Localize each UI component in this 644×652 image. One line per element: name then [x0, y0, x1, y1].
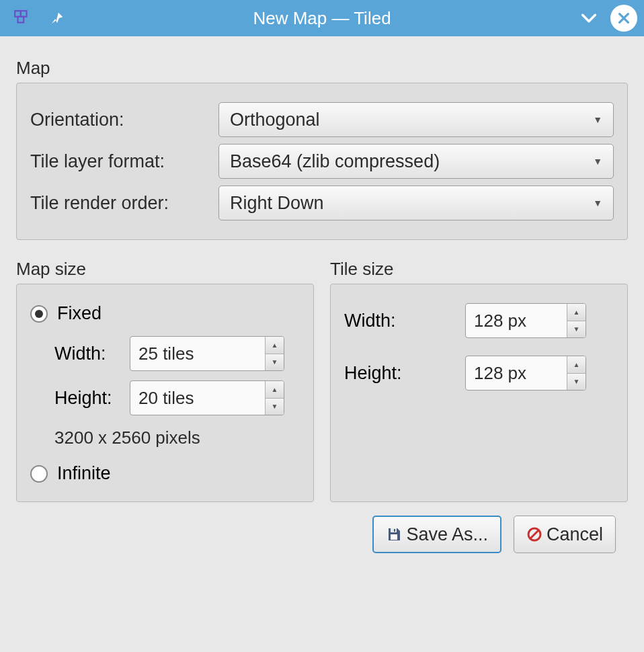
- tile-size-group-label: Tile size: [330, 259, 628, 280]
- titlebar-right-icons: [579, 5, 637, 32]
- map-group-label: Map: [16, 58, 628, 79]
- spin-buttons: ▲ ▼: [265, 337, 284, 370]
- render-order-label: Tile render order:: [30, 193, 210, 214]
- save-icon: [386, 526, 402, 542]
- svg-line-7: [530, 530, 538, 538]
- spin-buttons: ▲ ▼: [567, 304, 586, 337]
- tile-width-spinbox[interactable]: 128 px ▲ ▼: [465, 303, 586, 338]
- spin-up-icon[interactable]: ▲: [266, 381, 284, 399]
- spin-down-icon[interactable]: ▼: [567, 321, 586, 338]
- tile-width-row: Width: 128 px ▲ ▼: [344, 303, 614, 338]
- chevron-down-icon: ▼: [593, 114, 602, 125]
- chevron-down-icon: ▼: [593, 198, 602, 208]
- map-width-value[interactable]: 25 tiles: [130, 337, 265, 370]
- svg-rect-4: [394, 529, 395, 532]
- spin-down-icon[interactable]: ▼: [266, 399, 284, 415]
- pin-icon[interactable]: [50, 11, 65, 26]
- pixel-summary: 3200 x 2560 pixels: [54, 427, 300, 448]
- size-columns: Map size Fixed Width: 25 tiles ▲ ▼: [16, 259, 628, 502]
- button-bar: Save As... Cancel: [16, 516, 628, 553]
- map-width-row: Width: 25 tiles ▲ ▼: [54, 336, 300, 371]
- dialog-content: Map Orientation: Orthogonal ▼ Tile layer…: [0, 36, 644, 567]
- tile-width-value[interactable]: 128 px: [466, 304, 567, 337]
- save-as-label: Save As...: [406, 524, 488, 545]
- tile-height-row: Height: 128 px ▲ ▼: [344, 356, 614, 391]
- map-height-row: Height: 20 tiles ▲ ▼: [54, 380, 300, 415]
- map-size-column: Map size Fixed Width: 25 tiles ▲ ▼: [16, 259, 314, 502]
- map-width-label: Width:: [54, 343, 130, 364]
- layer-format-combo[interactable]: Base64 (zlib compressed) ▼: [218, 144, 614, 179]
- titlebar: New Map — Tiled: [0, 0, 644, 36]
- orientation-value: Orthogonal: [230, 110, 320, 130]
- spin-up-icon[interactable]: ▲: [266, 337, 284, 354]
- tile-size-group: Width: 128 px ▲ ▼ Height: 128 px ▲: [330, 284, 628, 502]
- tile-size-column: Tile size Width: 128 px ▲ ▼ Height:: [330, 259, 628, 502]
- minimize-icon[interactable]: [579, 9, 598, 28]
- fixed-label: Fixed: [57, 303, 102, 324]
- map-size-group-label: Map size: [16, 259, 314, 280]
- map-size-group: Fixed Width: 25 tiles ▲ ▼ Height:: [16, 284, 314, 502]
- layer-format-row: Tile layer format: Base64 (zlib compress…: [30, 144, 614, 179]
- fixed-radio[interactable]: [30, 305, 48, 323]
- svg-rect-2: [18, 17, 24, 23]
- infinite-label: Infinite: [57, 463, 111, 484]
- render-order-value: Right Down: [230, 193, 324, 214]
- orientation-label: Orientation:: [30, 110, 210, 130]
- save-as-button[interactable]: Save As...: [372, 516, 501, 553]
- map-height-label: Height:: [54, 388, 130, 409]
- spin-up-icon[interactable]: ▲: [567, 304, 586, 321]
- map-width-spinbox[interactable]: 25 tiles ▲ ▼: [130, 336, 284, 371]
- spin-buttons: ▲ ▼: [265, 381, 284, 415]
- render-order-combo[interactable]: Right Down ▼: [218, 186, 614, 220]
- svg-rect-0: [15, 11, 21, 17]
- svg-rect-5: [391, 534, 397, 540]
- spin-down-icon[interactable]: ▼: [266, 354, 284, 371]
- window-title: New Map — Tiled: [0, 8, 644, 29]
- spin-up-icon[interactable]: ▲: [567, 356, 586, 374]
- map-height-value[interactable]: 20 tiles: [130, 381, 265, 415]
- svg-rect-1: [21, 11, 27, 17]
- orientation-row: Orientation: Orthogonal ▼: [30, 102, 614, 137]
- tile-width-label: Width:: [344, 311, 465, 331]
- layer-format-label: Tile layer format:: [30, 151, 210, 172]
- cancel-button[interactable]: Cancel: [514, 516, 616, 553]
- tile-height-label: Height:: [344, 363, 465, 384]
- infinite-radio[interactable]: [30, 465, 48, 483]
- map-height-spinbox[interactable]: 20 tiles ▲ ▼: [130, 380, 284, 415]
- app-icon: [13, 9, 31, 27]
- chevron-down-icon: ▼: [593, 156, 602, 167]
- titlebar-left-icons: [13, 9, 65, 27]
- spin-down-icon[interactable]: ▼: [567, 374, 586, 391]
- svg-rect-3: [391, 528, 397, 532]
- infinite-radio-row: Infinite: [30, 463, 300, 484]
- spin-buttons: ▲ ▼: [567, 356, 586, 390]
- cancel-label: Cancel: [547, 524, 603, 545]
- tile-height-value[interactable]: 128 px: [466, 356, 567, 390]
- map-group: Orientation: Orthogonal ▼ Tile layer for…: [16, 83, 628, 240]
- cancel-icon: [526, 526, 542, 542]
- layer-format-value: Base64 (zlib compressed): [230, 151, 440, 172]
- close-button[interactable]: [610, 5, 637, 32]
- tile-height-spinbox[interactable]: 128 px ▲ ▼: [465, 356, 586, 391]
- fixed-radio-row: Fixed: [30, 303, 300, 324]
- orientation-combo[interactable]: Orthogonal ▼: [218, 102, 614, 137]
- render-order-row: Tile render order: Right Down ▼: [30, 186, 614, 220]
